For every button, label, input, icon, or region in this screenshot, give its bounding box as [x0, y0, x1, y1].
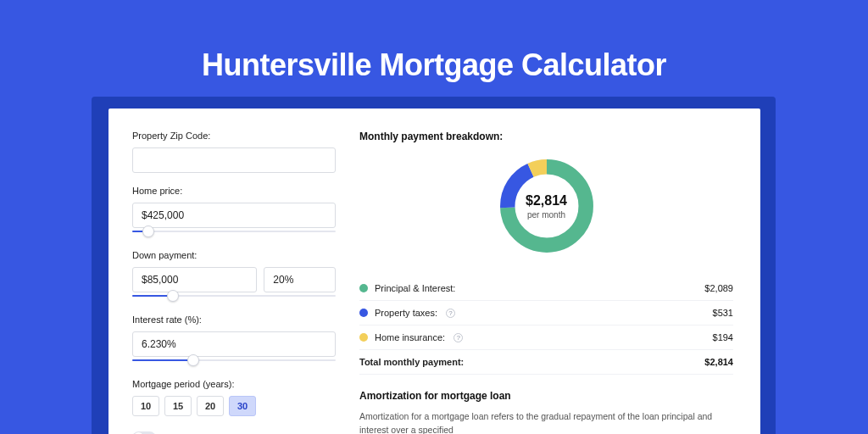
donut-amount: $2,814	[526, 193, 567, 209]
down-percent-input[interactable]	[264, 267, 336, 292]
period-button-10[interactable]: 10	[132, 396, 159, 416]
zip-group: Property Zip Code:	[132, 131, 336, 173]
legend: Principal & Interest:$2,089Property taxe…	[359, 276, 733, 350]
donut-wrap: $2,814 per month	[359, 154, 733, 258]
legend-total-row: Total monthly payment: $2,814	[359, 350, 733, 375]
period-label: Mortgage period (years):	[132, 379, 336, 389]
down-amount-input[interactable]	[132, 267, 257, 292]
slider-fill	[132, 359, 193, 361]
period-button-30[interactable]: 30	[229, 396, 256, 416]
slider-thumb[interactable]	[142, 225, 154, 237]
hint-icon[interactable]: ?	[453, 333, 463, 342]
legend-dot	[359, 309, 368, 317]
period-group: Mortgage period (years): 10152030	[132, 379, 336, 416]
rate-slider[interactable]	[132, 354, 336, 366]
period-button-20[interactable]: 20	[197, 396, 224, 416]
donut-sub: per month	[527, 210, 565, 220]
price-input[interactable]	[132, 203, 336, 228]
legend-row: Home insurance:?$194	[359, 326, 733, 350]
down-label: Down payment:	[132, 250, 336, 260]
zip-input[interactable]	[132, 147, 336, 173]
rate-input[interactable]	[132, 331, 336, 357]
page-header: Huntersville Mortgage Calculator	[0, 0, 868, 83]
rate-label: Interest rate (%):	[132, 314, 336, 325]
rate-group: Interest rate (%):	[132, 314, 336, 366]
period-button-15[interactable]: 15	[164, 396, 192, 416]
page-title: Huntersville Mortgage Calculator	[0, 47, 868, 83]
price-slider[interactable]	[132, 225, 336, 237]
price-label: Home price:	[132, 186, 336, 196]
slider-thumb[interactable]	[187, 354, 199, 366]
legend-row: Property taxes:?$531	[359, 301, 733, 326]
legend-label: Principal & Interest:	[375, 283, 455, 293]
period-row: 10152030	[132, 396, 336, 416]
legend-dot	[359, 284, 368, 292]
amortization-section: Amortization for mortgage loan Amortizat…	[359, 390, 733, 434]
down-slider[interactable]	[132, 290, 336, 302]
legend-label: Home insurance:	[375, 332, 445, 342]
down-group: Down payment:	[132, 250, 336, 302]
zip-label: Property Zip Code:	[132, 131, 336, 141]
legend-label: Property taxes:	[375, 308, 437, 318]
amort-title: Amortization for mortgage loan	[359, 390, 733, 402]
calculator-card: Property Zip Code: Home price: Down paym…	[108, 108, 760, 434]
legend-value: $194	[713, 332, 733, 342]
amort-body: Amortization for a mortgage loan refers …	[359, 410, 733, 434]
price-group: Home price:	[132, 186, 336, 237]
inputs-column: Property Zip Code: Home price: Down paym…	[132, 131, 336, 434]
legend-value: $2,089	[704, 283, 733, 293]
legend-dot	[359, 333, 368, 342]
total-value: $2,814	[704, 357, 733, 367]
slider-rail	[132, 231, 336, 232]
slider-thumb[interactable]	[167, 290, 179, 302]
legend-value: $531	[713, 308, 733, 318]
legend-row: Principal & Interest:$2,089	[359, 276, 733, 301]
hint-icon[interactable]: ?	[446, 309, 455, 318]
breakdown-heading: Monthly payment breakdown:	[359, 131, 733, 142]
total-label: Total monthly payment:	[359, 357, 464, 367]
results-column: Monthly payment breakdown: $2,814 per mo…	[359, 131, 733, 434]
donut-chart: $2,814 per month	[495, 154, 598, 258]
